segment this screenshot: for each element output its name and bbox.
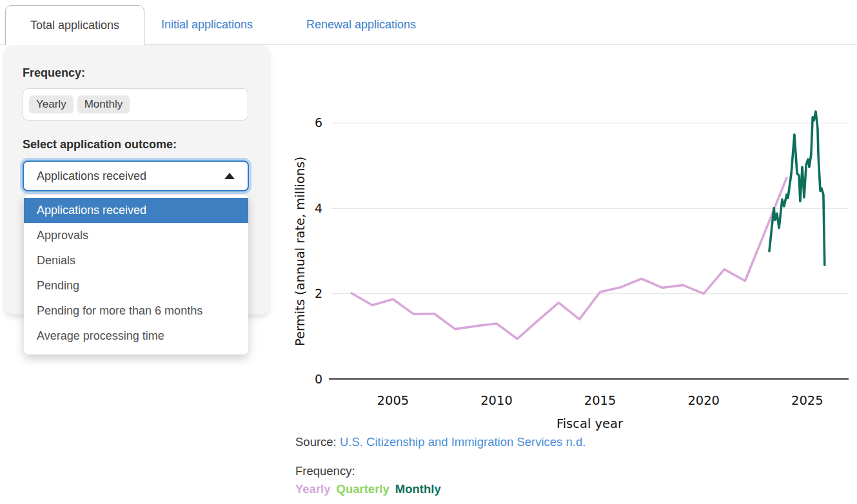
- frequency-option-group: Yearly Monthly: [23, 88, 248, 121]
- dropdown-option-average-processing-time[interactable]: Average processing time: [24, 324, 248, 349]
- legend-item-quarterly[interactable]: Quarterly: [337, 482, 389, 496]
- x-tick-label: 2025: [791, 393, 823, 408]
- frequency-option-yearly[interactable]: Yearly: [29, 95, 74, 113]
- dropdown-option-denials[interactable]: Denials: [24, 248, 248, 273]
- source-line: Source: U.S. Citizenship and Immigration…: [295, 435, 586, 449]
- y-tick-label: 6: [315, 115, 322, 130]
- source-prefix: Source:: [295, 435, 337, 449]
- x-axis-label: Fiscal year: [557, 416, 624, 431]
- outcome-dropdown-menu: Applications received Approvals Denials …: [24, 195, 248, 354]
- legend-item-monthly[interactable]: Monthly: [395, 482, 441, 496]
- dropdown-option-approvals[interactable]: Approvals: [24, 223, 248, 248]
- dropdown-option-pending-6-months[interactable]: Pending for more than 6 months: [24, 298, 248, 324]
- legend-frequency-title: Frequency:: [295, 464, 355, 478]
- dropdown-option-pending[interactable]: Pending: [24, 273, 248, 298]
- frequency-option-monthly[interactable]: Monthly: [77, 95, 130, 113]
- dropdown-option-applications-received[interactable]: Applications received: [24, 198, 248, 223]
- legend-items: Yearly Quarterly Monthly: [295, 482, 441, 496]
- outcome-select-value: Applications received: [37, 170, 146, 183]
- y-axis-label: Permits (annual rate, millions): [293, 157, 308, 346]
- x-tick-label: 2005: [377, 393, 409, 408]
- y-tick-label: 0: [315, 372, 322, 386]
- frequency-label: Frequency:: [23, 66, 85, 80]
- tab-label: Total applications: [30, 19, 119, 32]
- source-link[interactable]: U.S. Citizenship and Immigration Service…: [340, 435, 586, 449]
- x-tick-label: 2010: [480, 393, 513, 408]
- legend-item-yearly[interactable]: Yearly: [295, 482, 331, 496]
- y-tick-label: 2: [315, 286, 322, 300]
- chevron-up-icon: [224, 173, 235, 179]
- app-root: Total applications Initial applications …: [0, 0, 857, 504]
- y-tick-label: 4: [315, 201, 322, 215]
- outcome-label: Select application outcome:: [23, 138, 177, 151]
- x-tick-label: 2020: [687, 393, 720, 408]
- tab-total-applications[interactable]: Total applications: [5, 5, 144, 45]
- x-tick-label: 2015: [584, 393, 616, 408]
- series-yearly-line: [351, 178, 786, 339]
- series-monthly-line: [769, 111, 825, 265]
- outcome-select[interactable]: Applications received: [23, 160, 249, 191]
